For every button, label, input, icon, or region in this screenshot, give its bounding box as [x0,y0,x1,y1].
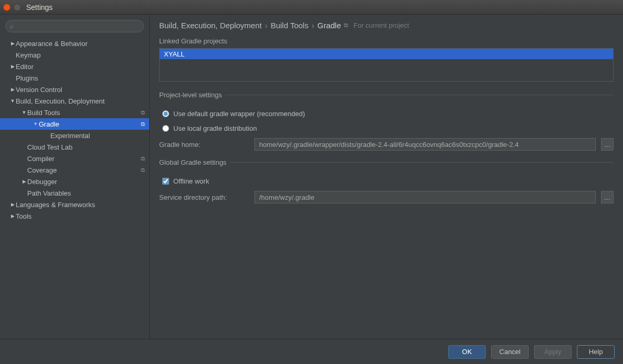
tree-item-experimental[interactable]: Experimental [0,130,149,141]
tree-label: Editor [16,63,145,71]
tree-arrow-icon[interactable] [9,64,16,69]
tree-label: Debugger [27,178,145,186]
gradle-home-input[interactable] [254,138,596,151]
tree-label: Languages & Frameworks [16,201,145,209]
breadcrumb-note: For current project [353,21,409,29]
service-dir-input[interactable] [254,191,596,203]
linked-projects-list[interactable]: XYALL [159,48,614,82]
tree-arrow-icon[interactable] [21,110,27,115]
gradle-home-browse-button[interactable]: … [601,138,614,151]
tree-arrow-icon[interactable] [9,213,16,219]
search-input-wrapper[interactable]: ⌕ [5,20,144,32]
tree-label: Keymap [16,51,145,59]
tree-item-debugger[interactable]: Debugger [0,176,149,187]
tree-item-path-variables[interactable]: Path Variables [0,187,149,199]
project-scope-icon: ⧉ [141,167,145,174]
linked-project-item[interactable]: XYALL [160,49,613,59]
project-level-legend: Project-level settings [159,91,225,99]
tree-arrow-icon[interactable] [9,202,16,207]
breadcrumb-separator-icon: › [312,21,314,30]
tree-item-compiler[interactable]: Compiler⧉ [0,153,149,164]
window-title: Settings [26,3,53,12]
project-level-settings: Project-level settings Use default gradl… [159,91,614,153]
project-scope-icon: ⧉ [141,121,145,128]
tree-arrow-icon[interactable] [32,121,39,127]
service-dir-browse-button[interactable]: … [601,191,614,203]
tree-item-appearance-behavior[interactable]: Appearance & Behavior [0,38,149,49]
settings-content: Build, Execution, Deployment › Build Too… [150,15,623,339]
close-icon[interactable] [3,4,10,11]
tree-label: Appearance & Behavior [16,40,145,48]
tree-label: Plugins [16,74,145,82]
project-scope-icon: ⧉ [141,109,145,116]
breadcrumb: Build, Execution, Deployment › Build Too… [159,21,614,30]
settings-sidebar: ⌕ Appearance & BehaviorKeymapEditorPlugi… [0,15,150,339]
offline-work-checkbox[interactable] [162,178,169,185]
tree-item-keymap[interactable]: Keymap [0,49,149,61]
cancel-button[interactable]: Cancel [491,345,529,359]
help-button[interactable]: Help [577,345,615,359]
tree-arrow-icon[interactable] [9,41,16,46]
titlebar: Settings [0,0,623,15]
use-local-distribution-label: Use local gradle distribution [173,124,257,132]
gradle-home-label: Gradle home: [159,141,249,149]
breadcrumb-seg[interactable]: Build Tools [271,21,308,30]
tree-item-gradle[interactable]: Gradle⧉ [0,118,149,130]
service-dir-label: Service directory path: [159,194,249,201]
tree-label: Path Variables [27,189,145,197]
tree-item-tools[interactable]: Tools [0,210,149,222]
tree-item-plugins[interactable]: Plugins [0,72,149,84]
tree-label: Cloud Test Lab [27,143,145,151]
tree-item-coverage[interactable]: Coverage⧉ [0,164,149,176]
tree-label: Gradle [39,120,141,128]
linked-projects-label: Linked Gradle projects [159,37,614,45]
settings-tree: Appearance & BehaviorKeymapEditorPlugins… [0,38,149,222]
tree-arrow-icon[interactable] [9,87,16,92]
tree-label: Compiler [27,155,141,163]
tree-item-cloud-test-lab[interactable]: Cloud Test Lab [0,141,149,153]
ok-button[interactable]: OK [448,345,486,359]
global-gradle-settings: Global Gradle settings Offline work Serv… [159,158,614,206]
breadcrumb-leaf: Gradle [317,21,341,30]
tree-label: Version Control [16,86,145,94]
tree-label: Coverage [27,166,141,174]
project-scope-icon: ⧉ [141,155,145,162]
search-input[interactable] [16,22,139,30]
tree-label: Build, Execution, Deployment [16,97,145,105]
project-scope-icon: ⧉ [344,22,348,29]
tree-arrow-icon[interactable] [9,98,16,104]
tree-arrow-icon[interactable] [21,179,27,184]
tree-item-build-execution-deployment[interactable]: Build, Execution, Deployment [0,95,149,107]
tree-item-build-tools[interactable]: Build Tools⧉ [0,107,149,118]
tree-item-languages-frameworks[interactable]: Languages & Frameworks [0,199,149,210]
tree-item-editor[interactable]: Editor [0,61,149,72]
minimize-icon[interactable] [14,4,21,11]
tree-item-version-control[interactable]: Version Control [0,84,149,95]
apply-button[interactable]: Apply [534,345,572,359]
use-local-distribution-radio[interactable] [162,125,169,132]
window-controls [3,4,21,11]
offline-work-label: Offline work [173,177,209,185]
search-icon: ⌕ [10,22,14,30]
global-gradle-legend: Global Gradle settings [159,158,230,166]
tree-label: Build Tools [27,109,141,117]
use-default-wrapper-label: Use default gradle wrapper (recommended) [173,110,305,118]
tree-label: Experimental [50,132,145,140]
tree-label: Tools [16,212,145,220]
breadcrumb-separator-icon: › [265,21,268,30]
use-default-wrapper-radio[interactable] [162,110,169,117]
dialog-footer: OK Cancel Apply Help [0,339,623,364]
breadcrumb-seg[interactable]: Build, Execution, Deployment [159,21,262,30]
